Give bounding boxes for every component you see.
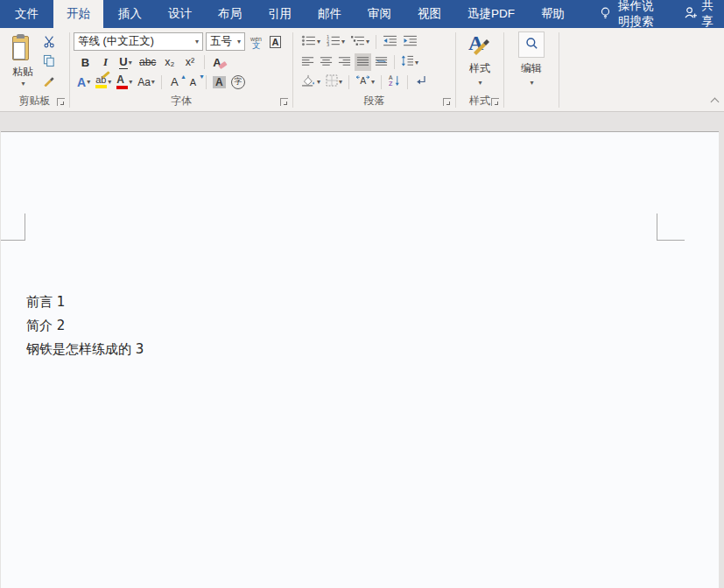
phonetic-guide-button[interactable]: wén 文: [248, 33, 264, 51]
collapse-ribbon-button[interactable]: [711, 98, 720, 107]
borders-button[interactable]: ▾: [324, 74, 344, 91]
document-page[interactable]: 前言 1 简介 2 钢铁是怎样练成的 3: [1, 131, 719, 588]
font-dialog-launcher[interactable]: [280, 98, 288, 106]
toc-line-3[interactable]: 钢铁是怎样练成的 3: [26, 338, 144, 361]
subscript-button[interactable]: x₂: [161, 53, 178, 71]
copy-icon: [43, 54, 56, 70]
line-spacing-button[interactable]: ▾: [399, 53, 420, 71]
ribbon-home: 粘贴 ▾ 剪: [0, 28, 724, 112]
button-divider: [161, 75, 162, 89]
tab-home[interactable]: 开始: [53, 0, 103, 28]
distribute-button[interactable]: [373, 53, 390, 71]
text-effects-icon: A: [77, 75, 86, 89]
character-border-button[interactable]: A: [267, 33, 284, 51]
button-divider: [204, 55, 205, 69]
font-size-select[interactable]: 五号 ▾: [206, 32, 245, 51]
tab-references[interactable]: 引用: [255, 0, 305, 28]
chevron-down-icon: ▾: [151, 78, 155, 86]
font-group-label: 字体: [70, 94, 292, 108]
asian-layout-button[interactable]: A ▾: [354, 74, 376, 91]
document-text[interactable]: 前言 1 简介 2 钢铁是怎样练成的 3: [26, 290, 144, 361]
paragraph-dialog-launcher[interactable]: [443, 98, 451, 106]
sort-button[interactable]: AZ: [386, 74, 403, 91]
tab-file[interactable]: 文件: [0, 0, 53, 28]
search-button[interactable]: [518, 32, 545, 58]
styles-group: A 样式 ▾ 样式: [456, 28, 503, 111]
numbering-button[interactable]: 123 ▾: [324, 33, 347, 51]
clipboard-paste-icon: [12, 34, 34, 62]
superscript-button[interactable]: x²: [181, 53, 198, 71]
underline-button[interactable]: U ▾: [117, 53, 134, 71]
copy-button[interactable]: [41, 53, 58, 70]
tab-insert[interactable]: 插入: [105, 0, 155, 28]
bold-button[interactable]: B: [77, 53, 94, 71]
show-hide-marks-button[interactable]: [412, 74, 429, 91]
styles-dialog-launcher[interactable]: [491, 98, 499, 106]
tab-xunjie-pdf[interactable]: 迅捷PDF: [454, 0, 528, 28]
italic-button[interactable]: I: [97, 53, 114, 71]
paste-label: 粘贴: [12, 65, 33, 80]
shading-button[interactable]: ▾: [299, 74, 322, 91]
align-left-button[interactable]: [299, 53, 316, 71]
align-right-button[interactable]: [336, 53, 353, 71]
toc-line-1[interactable]: 前言 1: [26, 290, 144, 314]
chevron-down-icon: ▾: [317, 78, 320, 86]
multilevel-list-icon: [350, 35, 365, 49]
bullets-button[interactable]: ▾: [299, 33, 322, 51]
person-add-icon: [683, 6, 698, 22]
tab-design[interactable]: 设计: [155, 0, 205, 28]
svg-text:A: A: [360, 75, 366, 86]
align-center-button[interactable]: [318, 53, 334, 71]
chevron-down-icon: ▾: [341, 38, 345, 46]
character-shading-icon: A: [213, 76, 226, 88]
multilevel-list-button[interactable]: ▾: [348, 33, 371, 51]
strikethrough-button[interactable]: abc: [137, 53, 158, 71]
distribute-icon: [375, 56, 388, 69]
share-button[interactable]: 共享: [672, 0, 724, 28]
sort-az-icon: AZ: [388, 74, 401, 89]
word-window: 文件 开始 插入 设计 布局 引用 邮件 审阅 视图 迅捷PDF 帮助 操作说明…: [0, 0, 724, 588]
font-name-select[interactable]: 等线 (中文正文) ▾: [74, 32, 203, 51]
format-painter-brush-icon: [43, 74, 56, 89]
phonetic-guide-icon: wén 文: [250, 36, 262, 48]
button-divider: [381, 75, 382, 89]
justify-button[interactable]: [355, 53, 371, 71]
paste-button[interactable]: 粘贴 ▾: [4, 32, 41, 94]
editing-button-label: 编辑: [521, 61, 542, 76]
align-right-icon: [338, 56, 351, 69]
character-shading-button[interactable]: A: [211, 74, 228, 91]
styles-button-label: 样式: [469, 61, 490, 76]
tab-layout[interactable]: 布局: [205, 0, 255, 28]
shrink-font-button[interactable]: A ▼: [185, 74, 201, 91]
clear-formatting-button[interactable]: A: [211, 53, 230, 71]
font-color-button[interactable]: A ▾: [115, 74, 134, 91]
text-effects-button[interactable]: A ▾: [75, 74, 92, 91]
enclose-characters-button[interactable]: 字: [229, 74, 247, 91]
tell-me-search[interactable]: 操作说明搜索: [590, 0, 672, 28]
format-painter-button[interactable]: [41, 73, 58, 89]
chevron-down-icon: ▾: [478, 79, 481, 87]
editing-group: 编辑 ▾: [504, 28, 559, 111]
clipboard-dialog-launcher[interactable]: [57, 98, 65, 106]
decrease-indent-button[interactable]: [381, 33, 399, 51]
cut-button[interactable]: [41, 34, 58, 51]
change-case-button[interactable]: Aa ▾: [136, 74, 157, 91]
toc-line-2[interactable]: 简介 2: [26, 314, 144, 338]
chevron-down-icon: ▾: [371, 78, 375, 86]
font-name-value: 等线 (中文正文): [78, 34, 194, 49]
tab-review[interactable]: 审阅: [355, 0, 404, 28]
paint-bucket-icon: [301, 74, 316, 89]
align-center-icon: [320, 56, 333, 69]
editing-button[interactable]: 编辑 ▾: [504, 32, 559, 87]
tab-view[interactable]: 视图: [404, 0, 454, 28]
highlight-button[interactable]: ab ▾: [94, 74, 113, 91]
styles-button[interactable]: A 样式 ▾: [456, 32, 503, 87]
tab-mailings[interactable]: 邮件: [305, 0, 355, 28]
chevron-down-icon: ▾: [21, 80, 25, 88]
tab-help[interactable]: 帮助: [528, 0, 578, 28]
grow-font-button[interactable]: A ▲: [166, 74, 183, 91]
crop-mark-left-horizontal: [1, 240, 25, 241]
increase-indent-button[interactable]: [401, 33, 419, 51]
chevron-down-icon: ▾: [366, 38, 369, 46]
chevron-down-icon: ▾: [415, 59, 418, 66]
